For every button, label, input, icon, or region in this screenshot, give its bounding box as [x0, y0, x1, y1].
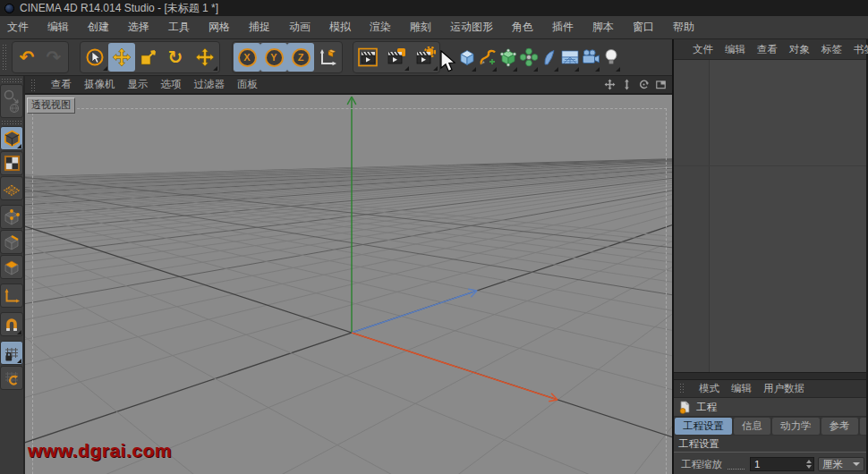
vp-menu-cameras[interactable]: 摄像机 [84, 78, 115, 91]
lock-y-axis-button[interactable]: Y [260, 43, 287, 72]
toolbar-grip[interactable] [2, 44, 8, 71]
viewport-panel: 查看 摄像机 显示 选项 过滤器 面板 [25, 76, 672, 474]
project-scale-field-row: 工程缩放 厘米 [674, 454, 866, 474]
rotate-tool-button[interactable]: ↻ [162, 43, 189, 72]
coordinate-system-button[interactable] [314, 43, 341, 72]
attribute-object-row: 工程 [674, 398, 866, 417]
vp-menu-filter[interactable]: 过滤器 [194, 78, 226, 91]
enable-axis-button[interactable] [0, 284, 23, 308]
om-menu-objects[interactable]: 对象 [789, 43, 810, 56]
attribute-manager-grip[interactable] [679, 383, 685, 394]
project-scale-spinner[interactable] [804, 460, 813, 469]
scale-tool-button[interactable] [135, 43, 162, 72]
menu-item-tools[interactable]: 工具 [168, 20, 190, 35]
menu-item-script[interactable]: 脚本 [592, 20, 614, 35]
menu-item-select[interactable]: 选择 [128, 20, 149, 35]
add-spline-button[interactable] [477, 42, 498, 72]
lock-x-axis-button[interactable]: X [234, 43, 260, 72]
tab-info[interactable]: 信息 [734, 418, 770, 435]
render-to-picture-viewer-button[interactable] [383, 43, 410, 72]
spinner-down-icon [806, 465, 812, 469]
vp-menu-panel[interactable]: 面板 [237, 78, 258, 91]
menu-item-window[interactable]: 窗口 [633, 20, 654, 35]
viewport-toggle-view-icon[interactable] [654, 79, 667, 91]
render-view-button[interactable] [354, 43, 381, 72]
render-settings-icon [414, 47, 436, 68]
menu-item-sculpt[interactable]: 雕刻 [410, 20, 431, 35]
title-bar: CINEMA 4D R14.014 Studio - [未标题 1 *] [0, 0, 868, 16]
vp-menu-options[interactable]: 选项 [161, 78, 182, 91]
add-environment-button[interactable] [559, 42, 580, 72]
om-menu-file[interactable]: 文件 [693, 43, 713, 56]
menu-item-render[interactable]: 渲染 [370, 20, 391, 35]
add-light-button[interactable] [600, 42, 621, 72]
menu-item-file[interactable]: 文件 [7, 20, 29, 35]
rotate-icon: ↻ [168, 48, 183, 66]
align-workplane-button[interactable] [0, 366, 23, 390]
vp-menu-display[interactable]: 显示 [128, 78, 149, 91]
tab-dynamics[interactable]: 动力学 [772, 418, 820, 435]
redo-button[interactable]: ↷ [40, 43, 67, 72]
menu-item-simulate[interactable]: 模拟 [329, 20, 351, 35]
lock-z-axis-button[interactable]: Z [287, 43, 314, 72]
object-manager-menubar: 文件 编辑 查看 对象 标签 书签 [674, 39, 866, 60]
object-manager-divider [709, 60, 710, 372]
viewport-canvas[interactable]: 透视视图 www.dgrai.com [25, 94, 672, 474]
convert-object-button[interactable] [0, 84, 23, 118]
vp-menu-view[interactable]: 查看 [51, 78, 72, 91]
object-manager-list[interactable] [674, 60, 866, 372]
om-menu-tags[interactable]: 标签 [821, 43, 842, 56]
move-tool-button[interactable] [108, 43, 135, 72]
magnet-icon [3, 316, 21, 334]
model-mode-button[interactable] [0, 126, 23, 150]
viewport-rotate-icon[interactable] [637, 79, 650, 91]
mograph-cloner-icon [519, 47, 539, 67]
points-mode-button[interactable] [0, 205, 23, 229]
viewport-zoom-icon[interactable] [620, 79, 633, 91]
am-menu-mode[interactable]: 模式 [699, 382, 719, 395]
menu-item-help[interactable]: 帮助 [673, 20, 694, 35]
am-menu-user-data[interactable]: 用户数据 [763, 382, 804, 395]
menu-item-mesh[interactable]: 网格 [208, 20, 230, 35]
workplane-mode-button[interactable] [0, 176, 23, 200]
sidebar-grip[interactable] [1, 78, 22, 83]
om-menu-view[interactable]: 查看 [757, 43, 778, 56]
z-axis-icon: Z [292, 48, 311, 67]
menu-item-animate[interactable]: 动画 [289, 20, 311, 35]
texture-mode-button[interactable] [0, 151, 23, 175]
viewport-grip[interactable] [30, 79, 37, 91]
sidebar-grip-2[interactable] [1, 120, 22, 125]
project-settings-section-header: 工程设置 [674, 436, 866, 453]
viewport-pan-icon[interactable] [603, 79, 616, 91]
menu-item-create[interactable]: 创建 [88, 20, 109, 35]
am-menu-edit[interactable]: 编辑 [731, 382, 752, 395]
lock-workplane-button[interactable] [0, 341, 23, 365]
menu-item-plugins[interactable]: 插件 [552, 20, 574, 35]
menu-item-snap[interactable]: 捕捉 [249, 20, 270, 35]
menu-item-character[interactable]: 角色 [512, 20, 533, 35]
tab-todo[interactable]: 待办 [860, 418, 867, 435]
unit-dropdown[interactable]: 厘米 [818, 457, 864, 471]
add-cube-button[interactable] [456, 42, 477, 72]
project-scale-input[interactable] [751, 459, 804, 470]
edges-mode-button[interactable] [0, 230, 23, 254]
menu-item-mograph[interactable]: 运动图形 [450, 20, 493, 35]
spinner-up-icon [806, 460, 812, 463]
tab-project-settings[interactable]: 工程设置 [675, 418, 732, 435]
polygons-mode-button[interactable] [0, 255, 23, 279]
add-mograph-cloner-button[interactable] [518, 42, 539, 72]
add-deformer-button[interactable] [539, 42, 559, 72]
menu-item-edit[interactable]: 编辑 [47, 20, 69, 35]
tab-referencing[interactable]: 参考 [821, 418, 858, 435]
edit-render-settings-button[interactable] [412, 43, 438, 72]
om-menu-bookmarks[interactable]: 书签 [854, 43, 868, 56]
add-subdivision-surface-button[interactable] [498, 42, 518, 72]
add-camera-button[interactable] [580, 42, 600, 72]
enable-snap-button[interactable] [0, 312, 23, 336]
om-menu-edit[interactable]: 编辑 [725, 43, 745, 56]
last-used-tool-button[interactable] [191, 43, 218, 72]
panel-splitter[interactable] [674, 372, 866, 380]
live-selection-button[interactable] [81, 43, 108, 72]
undo-button[interactable]: ↶ [13, 43, 40, 72]
app-logo-icon [4, 4, 14, 13]
